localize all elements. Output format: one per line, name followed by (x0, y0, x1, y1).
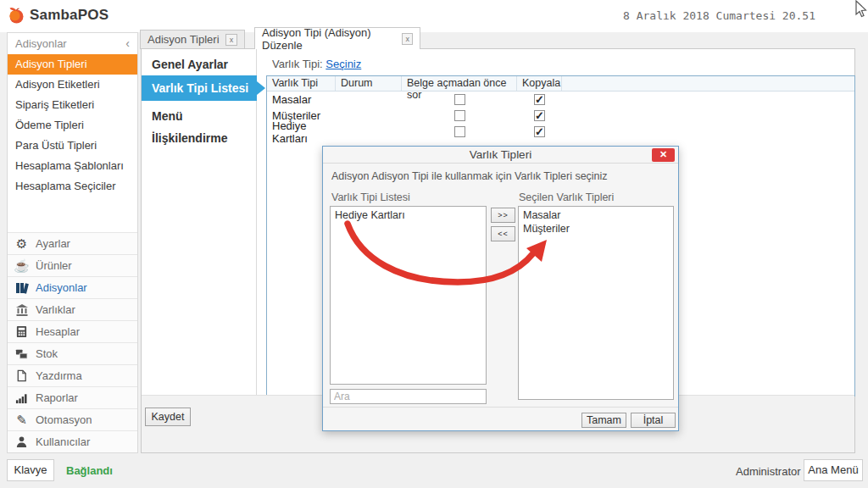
top-bar: SambaPOS 8 Aralık 2018 Cumartesi 20.51 (0, 0, 868, 32)
editor-nav-varlik-tipi-listesi[interactable]: Varlık Tipi Listesi (142, 75, 257, 101)
selected-entity-types-list[interactable]: Masalar Müşteriler (518, 206, 674, 400)
module-stok[interactable]: Stok (8, 342, 137, 364)
tab-adisyon-tipi-duzenle[interactable]: Adisyon Tipi (Adisyon) Düzenle x (254, 27, 420, 49)
dialog-description: Adisyon Adisyon Tipi ile kullanmak için … (331, 170, 608, 182)
module-label: Ayarlar (36, 237, 70, 250)
app-window: SambaPOS 8 Aralık 2018 Cumartesi 20.51 A… (0, 0, 868, 488)
datetime-display: 8 Aralık 2018 Cumartesi 20.51 (623, 9, 815, 22)
document-icon (14, 369, 29, 383)
sidebar-header: Adisyonlar ‹ (8, 33, 137, 54)
ask-before-checkbox[interactable] (454, 110, 465, 121)
available-entity-types-list[interactable]: Hediye Kartları (330, 206, 487, 385)
sidebar-item-hesaplama-seciciler[interactable]: Hesaplama Seçiciler (8, 176, 137, 197)
column-header-durum: Durum (336, 76, 402, 91)
module-adisyonlar[interactable]: Adisyonlar (8, 276, 137, 298)
module-label: Varlıklar (36, 303, 75, 316)
current-user-label: Administrator (736, 465, 801, 478)
sidebar-header-label: Adisyonlar (15, 33, 67, 54)
editor-nav-menu-iliskilendirme[interactable]: Menü İlişkilendirme (142, 105, 256, 127)
module-label: Adisyonlar (36, 281, 87, 294)
move-left-button[interactable]: << (491, 226, 515, 241)
keyboard-button[interactable]: Klavye (7, 459, 54, 481)
tab-adisyon-tipleri[interactable]: Adisyon Tipleri x (140, 30, 245, 49)
module-urunler[interactable]: ☕ Ürünler (8, 254, 137, 276)
tab-label: Adisyon Tipleri (147, 33, 220, 46)
copy-checkbox[interactable] (534, 126, 545, 137)
sidebar-item-hesaplama-sablonlari[interactable]: Hesaplama Şablonları (8, 156, 137, 176)
module-raporlar[interactable]: Raporlar (8, 386, 137, 408)
ask-before-checkbox[interactable] (454, 94, 465, 105)
tab-close-icon[interactable]: x (225, 34, 237, 46)
close-icon: ✕ (659, 149, 667, 159)
dialog-footer: Tamam İptal (323, 407, 678, 430)
module-label: Stok (36, 347, 58, 360)
row-name: Masalar (267, 93, 336, 106)
save-button[interactable]: Kaydet (145, 408, 191, 426)
sidebar: Adisyonlar ‹ Adisyon Tipleri Adisyon Eti… (7, 32, 138, 453)
copy-checkbox[interactable] (534, 110, 545, 121)
cancel-button[interactable]: İptal (631, 413, 676, 428)
move-right-button[interactable]: >> (491, 208, 515, 223)
module-yazdirma[interactable]: Yazdırma (8, 364, 137, 386)
column-header-belge-sor: Belge açmadan önce sor (402, 76, 517, 91)
module-label: Yazdırma (36, 369, 82, 382)
list-item[interactable]: Masalar (519, 208, 673, 222)
calculator-icon (14, 324, 29, 339)
ask-before-checkbox[interactable] (454, 126, 465, 137)
module-otomasyon[interactable]: ✎ Otomasyon (8, 408, 137, 430)
module-kullanicilar[interactable]: Kullanıcılar (8, 430, 137, 452)
module-label: Hesaplar (36, 325, 80, 338)
entity-type-row: Varlık Tipi: Seçiniz (272, 58, 361, 70)
list-item[interactable]: Hediye Kartları (331, 208, 486, 222)
sidebar-item-adisyon-etiketleri[interactable]: Adisyon Etiketleri (8, 75, 137, 95)
entity-types-dialog: Varlık Tipleri ✕ Adisyon Adisyon Tipi il… (322, 146, 679, 431)
books-icon (14, 280, 29, 295)
table-row[interactable]: Hediye Kartları (267, 124, 854, 140)
connection-status: Bağlandı (66, 464, 113, 477)
module-varliklar[interactable]: Varlıklar (8, 298, 137, 320)
sidebar-collapse-icon[interactable]: ‹ (125, 33, 130, 54)
module-label: Kullanıcılar (36, 435, 90, 448)
table-row[interactable]: Masalar (267, 92, 854, 108)
user-icon (14, 435, 29, 449)
coffee-cup-icon: ☕ (14, 258, 29, 273)
module-label: Ürünler (36, 259, 72, 272)
brand-name: SambaPOS (30, 7, 108, 24)
sidebar-item-para-ustu-tipleri[interactable]: Para Üstü Tipleri (8, 136, 137, 156)
brand: SambaPOS (7, 5, 108, 25)
entity-type-select-link[interactable]: Seçiniz (326, 58, 361, 70)
module-ayarlar[interactable]: ⚙ Ayarlar (8, 232, 137, 254)
bank-icon (14, 302, 29, 317)
sidebar-item-adisyon-tipleri[interactable]: Adisyon Tipleri (8, 54, 137, 75)
copy-checkbox[interactable] (534, 94, 545, 105)
boxes-icon (14, 347, 29, 361)
module-label: Raporlar (36, 391, 78, 404)
search-input[interactable] (330, 389, 487, 404)
sidebar-item-siparis-etiketleri[interactable]: Sipariş Etiketleri (8, 95, 137, 115)
editor-nav-genel-ayarlar[interactable]: Genel Ayarlar (142, 53, 256, 75)
bar-chart-icon (14, 391, 29, 405)
module-label: Otomasyon (36, 413, 92, 426)
sidebar-modules: ⚙ Ayarlar ☕ Ürünler Adisyonlar Varlıklar (8, 232, 137, 452)
ok-button[interactable]: Tamam (581, 413, 626, 428)
dialog-title: Varlık Tipleri (323, 147, 678, 164)
sidebar-item-odeme-tipleri[interactable]: Ödeme Tipleri (8, 115, 137, 136)
main-menu-button[interactable]: Ana Menü (804, 459, 863, 481)
column-header-varlik-tipi: Varlık Tipi (267, 76, 336, 91)
module-hesaplar[interactable]: Hesaplar (8, 320, 137, 342)
column-header-kopyala: Kopyala (517, 76, 562, 91)
left-list-label: Varlık Tipi Listesi (331, 191, 410, 203)
dialog-close-button[interactable]: ✕ (652, 148, 675, 162)
list-item[interactable]: Müşteriler (519, 222, 673, 236)
entity-type-label: Varlık Tipi: (272, 58, 323, 70)
gear-icon: ⚙ (14, 236, 29, 251)
right-list-label: Seçilen Varlık Tipleri (519, 191, 614, 203)
tab-close-icon[interactable]: x (402, 33, 413, 45)
row-name: Hediye Kartları (267, 119, 336, 145)
tab-label: Adisyon Tipi (Adisyon) Düzenle (262, 26, 396, 52)
table-row[interactable]: Müşteriler (267, 108, 854, 124)
pencil-icon: ✎ (14, 413, 29, 427)
grid-header: Varlık Tipi Durum Belge açmadan önce sor… (267, 76, 854, 92)
editor-nav: Genel Ayarlar Varlık Tipi Listesi Menü İ… (142, 49, 257, 396)
sambapos-logo-icon (7, 5, 26, 25)
